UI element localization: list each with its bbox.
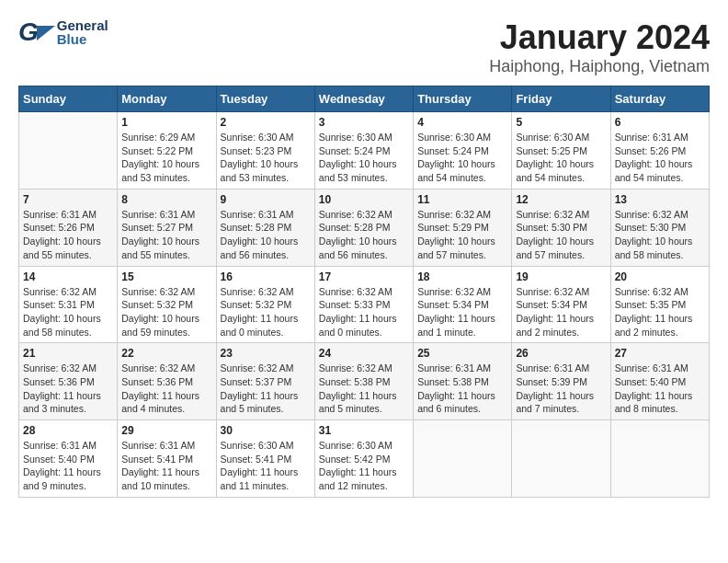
- day-number: 13: [615, 193, 705, 206]
- calendar-cell: 23Sunrise: 6:32 AM Sunset: 5:37 PM Dayli…: [216, 343, 314, 420]
- calendar-cell: 18Sunrise: 6:32 AM Sunset: 5:34 PM Dayli…: [414, 266, 512, 343]
- day-info: Sunrise: 6:32 AM Sunset: 5:30 PM Dayligh…: [615, 208, 705, 262]
- day-info: Sunrise: 6:31 AM Sunset: 5:27 PM Dayligh…: [121, 208, 211, 262]
- calendar-week-row: 1Sunrise: 6:29 AM Sunset: 5:22 PM Daylig…: [19, 112, 710, 190]
- day-info: Sunrise: 6:32 AM Sunset: 5:38 PM Dayligh…: [319, 362, 409, 416]
- day-number: 22: [121, 347, 211, 360]
- logo-general-text: General: [57, 18, 108, 32]
- day-number: 6: [615, 116, 705, 129]
- calendar-cell: 11Sunrise: 6:32 AM Sunset: 5:29 PM Dayli…: [414, 189, 512, 266]
- calendar-cell: 12Sunrise: 6:32 AM Sunset: 5:30 PM Dayli…: [512, 189, 610, 266]
- calendar-cell: 5Sunrise: 6:30 AM Sunset: 5:25 PM Daylig…: [512, 112, 610, 190]
- page-header: G General Blue January 2024 Haiphong, Ha…: [18, 18, 710, 76]
- day-info: Sunrise: 6:32 AM Sunset: 5:36 PM Dayligh…: [121, 362, 211, 416]
- day-number: 20: [615, 270, 705, 283]
- day-number: 11: [417, 193, 507, 206]
- logo-blue-text: Blue: [57, 32, 108, 46]
- day-info: Sunrise: 6:31 AM Sunset: 5:41 PM Dayligh…: [121, 439, 211, 493]
- calendar-cell: [512, 420, 610, 498]
- day-info: Sunrise: 6:32 AM Sunset: 5:32 PM Dayligh…: [221, 285, 311, 339]
- day-info: Sunrise: 6:31 AM Sunset: 5:26 PM Dayligh…: [615, 131, 705, 185]
- calendar-cell: 3Sunrise: 6:30 AM Sunset: 5:24 PM Daylig…: [314, 112, 413, 190]
- calendar-cell: [610, 420, 709, 498]
- calendar-cell: 13Sunrise: 6:32 AM Sunset: 5:30 PM Dayli…: [610, 189, 709, 266]
- calendar-cell: 10Sunrise: 6:32 AM Sunset: 5:28 PM Dayli…: [314, 189, 413, 266]
- calendar-header-row: SundayMondayTuesdayWednesdayThursdayFrid…: [19, 86, 710, 112]
- day-info: Sunrise: 6:30 AM Sunset: 5:41 PM Dayligh…: [221, 439, 311, 493]
- calendar-cell: 8Sunrise: 6:31 AM Sunset: 5:27 PM Daylig…: [118, 189, 216, 266]
- day-number: 25: [417, 347, 507, 360]
- logo-arrow-icon: [37, 26, 55, 40]
- calendar-cell: 21Sunrise: 6:32 AM Sunset: 5:36 PM Dayli…: [19, 343, 118, 420]
- calendar-cell: 26Sunrise: 6:31 AM Sunset: 5:39 PM Dayli…: [512, 343, 610, 420]
- calendar-cell: 28Sunrise: 6:31 AM Sunset: 5:40 PM Dayli…: [19, 420, 118, 498]
- calendar-cell: 25Sunrise: 6:31 AM Sunset: 5:38 PM Dayli…: [414, 343, 512, 420]
- calendar-title: January 2024: [489, 18, 710, 57]
- calendar-table: SundayMondayTuesdayWednesdayThursdayFrid…: [18, 86, 710, 498]
- calendar-cell: 19Sunrise: 6:32 AM Sunset: 5:34 PM Dayli…: [512, 266, 610, 343]
- calendar-cell: 20Sunrise: 6:32 AM Sunset: 5:35 PM Dayli…: [610, 266, 709, 343]
- day-number: 21: [23, 347, 113, 360]
- day-number: 5: [516, 116, 606, 129]
- day-number: 3: [319, 116, 409, 129]
- day-number: 18: [417, 270, 507, 283]
- calendar-cell: 27Sunrise: 6:31 AM Sunset: 5:40 PM Dayli…: [610, 343, 709, 420]
- day-info: Sunrise: 6:29 AM Sunset: 5:22 PM Dayligh…: [121, 131, 211, 185]
- col-header-wednesday: Wednesday: [314, 86, 413, 112]
- day-number: 19: [516, 270, 606, 283]
- day-number: 26: [516, 347, 606, 360]
- day-number: 16: [221, 270, 311, 283]
- day-number: 31: [319, 424, 409, 437]
- day-info: Sunrise: 6:31 AM Sunset: 5:40 PM Dayligh…: [23, 439, 113, 493]
- day-number: 14: [23, 270, 113, 283]
- calendar-cell: [414, 420, 512, 498]
- day-number: 12: [516, 193, 606, 206]
- calendar-cell: 30Sunrise: 6:30 AM Sunset: 5:41 PM Dayli…: [216, 420, 314, 498]
- calendar-week-row: 14Sunrise: 6:32 AM Sunset: 5:31 PM Dayli…: [19, 266, 710, 343]
- day-info: Sunrise: 6:32 AM Sunset: 5:34 PM Dayligh…: [417, 285, 507, 339]
- col-header-monday: Monday: [118, 86, 216, 112]
- calendar-cell: 6Sunrise: 6:31 AM Sunset: 5:26 PM Daylig…: [610, 112, 709, 190]
- day-number: 2: [221, 116, 311, 129]
- calendar-cell: 31Sunrise: 6:30 AM Sunset: 5:42 PM Dayli…: [314, 420, 413, 498]
- day-info: Sunrise: 6:31 AM Sunset: 5:38 PM Dayligh…: [417, 362, 507, 416]
- day-info: Sunrise: 6:30 AM Sunset: 5:25 PM Dayligh…: [516, 131, 606, 185]
- col-header-saturday: Saturday: [610, 86, 709, 112]
- day-number: 4: [417, 116, 507, 129]
- col-header-sunday: Sunday: [19, 86, 118, 112]
- calendar-cell: 9Sunrise: 6:31 AM Sunset: 5:28 PM Daylig…: [216, 189, 314, 266]
- col-header-thursday: Thursday: [414, 86, 512, 112]
- calendar-cell: 22Sunrise: 6:32 AM Sunset: 5:36 PM Dayli…: [118, 343, 216, 420]
- day-info: Sunrise: 6:30 AM Sunset: 5:24 PM Dayligh…: [417, 131, 507, 185]
- day-number: 29: [121, 424, 211, 437]
- col-header-friday: Friday: [512, 86, 610, 112]
- day-info: Sunrise: 6:32 AM Sunset: 5:33 PM Dayligh…: [319, 285, 409, 339]
- day-info: Sunrise: 6:32 AM Sunset: 5:37 PM Dayligh…: [221, 362, 311, 416]
- day-info: Sunrise: 6:32 AM Sunset: 5:28 PM Dayligh…: [319, 208, 409, 262]
- col-header-tuesday: Tuesday: [216, 86, 314, 112]
- day-info: Sunrise: 6:31 AM Sunset: 5:39 PM Dayligh…: [516, 362, 606, 416]
- day-info: Sunrise: 6:32 AM Sunset: 5:34 PM Dayligh…: [516, 285, 606, 339]
- day-info: Sunrise: 6:32 AM Sunset: 5:35 PM Dayligh…: [615, 285, 705, 339]
- day-number: 23: [221, 347, 311, 360]
- day-info: Sunrise: 6:31 AM Sunset: 5:26 PM Dayligh…: [23, 208, 113, 262]
- calendar-cell: 2Sunrise: 6:30 AM Sunset: 5:23 PM Daylig…: [216, 112, 314, 190]
- day-info: Sunrise: 6:31 AM Sunset: 5:40 PM Dayligh…: [615, 362, 705, 416]
- calendar-cell: 16Sunrise: 6:32 AM Sunset: 5:32 PM Dayli…: [216, 266, 314, 343]
- day-info: Sunrise: 6:30 AM Sunset: 5:24 PM Dayligh…: [319, 131, 409, 185]
- day-info: Sunrise: 6:32 AM Sunset: 5:29 PM Dayligh…: [417, 208, 507, 262]
- logo-g-letter: G: [18, 19, 39, 45]
- day-number: 1: [121, 116, 211, 129]
- calendar-week-row: 28Sunrise: 6:31 AM Sunset: 5:40 PM Dayli…: [19, 420, 710, 498]
- day-info: Sunrise: 6:32 AM Sunset: 5:30 PM Dayligh…: [516, 208, 606, 262]
- day-info: Sunrise: 6:31 AM Sunset: 5:28 PM Dayligh…: [221, 208, 311, 262]
- calendar-cell: 17Sunrise: 6:32 AM Sunset: 5:33 PM Dayli…: [314, 266, 413, 343]
- calendar-cell: 4Sunrise: 6:30 AM Sunset: 5:24 PM Daylig…: [414, 112, 512, 190]
- day-number: 24: [319, 347, 409, 360]
- day-number: 8: [121, 193, 211, 206]
- day-number: 28: [23, 424, 113, 437]
- calendar-week-row: 7Sunrise: 6:31 AM Sunset: 5:26 PM Daylig…: [19, 189, 710, 266]
- day-number: 9: [221, 193, 311, 206]
- day-info: Sunrise: 6:32 AM Sunset: 5:32 PM Dayligh…: [121, 285, 211, 339]
- day-info: Sunrise: 6:30 AM Sunset: 5:23 PM Dayligh…: [221, 131, 311, 185]
